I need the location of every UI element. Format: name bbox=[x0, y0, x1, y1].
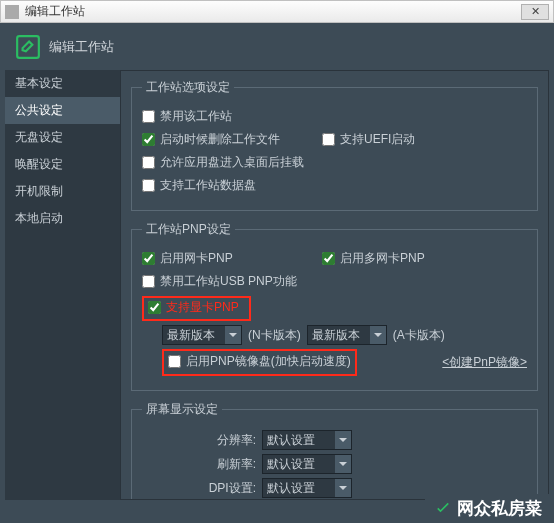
pnp-legend: 工作站PNP设定 bbox=[142, 221, 235, 238]
panel-header: 编辑工作站 bbox=[5, 28, 549, 70]
sidebar-item-wake[interactable]: 唤醒设定 bbox=[5, 151, 120, 178]
chevron-down-icon bbox=[370, 326, 386, 344]
panel-root: 编辑工作站 基本设定 公共设定 无盘设定 唤醒设定 开机限制 本地启动 工作站选… bbox=[0, 23, 554, 523]
create-pnp-mirror-link[interactable]: <创建PnP镜像> bbox=[442, 354, 527, 371]
disable-ws-checkbox[interactable]: 禁用该工作站 bbox=[142, 108, 292, 125]
svg-rect-0 bbox=[17, 36, 39, 58]
sidebar-item-basic[interactable]: 基本设定 bbox=[5, 70, 120, 97]
sidebar-item-public[interactable]: 公共设定 bbox=[5, 97, 120, 124]
gpu-pnp-highlight: 支持显卡PNP bbox=[142, 296, 251, 321]
check-icon bbox=[433, 499, 453, 519]
chevron-down-icon bbox=[335, 479, 351, 497]
resolution-label: 分辨率: bbox=[142, 432, 262, 449]
app-icon bbox=[5, 5, 19, 19]
refresh-label: 刷新率: bbox=[142, 456, 262, 473]
chevron-down-icon bbox=[225, 326, 241, 344]
dpi-select[interactable]: 默认设置 bbox=[262, 478, 352, 498]
chevron-down-icon bbox=[335, 455, 351, 473]
panel-body: 基本设定 公共设定 无盘设定 唤醒设定 开机限制 本地启动 工作站选项设定 禁用… bbox=[5, 70, 549, 500]
sidebar-item-bootlimit[interactable]: 开机限制 bbox=[5, 178, 120, 205]
delete-on-boot-checkbox[interactable]: 启动时候删除工作文件 bbox=[142, 131, 292, 148]
pnp-mirror-highlight: 启用PNP镜像盘(加快启动速度) bbox=[162, 349, 357, 376]
pnp-group: 工作站PNP设定 启用网卡PNP 启用多网卡PNP 禁用工作站USB PNP功能… bbox=[131, 221, 538, 391]
window-titlebar: 编辑工作站 ✕ bbox=[0, 0, 554, 23]
sidebar-item-diskless[interactable]: 无盘设定 bbox=[5, 124, 120, 151]
display-group: 屏幕显示设定 分辨率:默认设置 刷新率:默认设置 DPI设置:默认设置 GPU缩… bbox=[131, 401, 538, 500]
content-pane: 工作站选项设定 禁用该工作站 启动时候删除工作文件 支持UEFI启动 允许应用盘… bbox=[120, 70, 549, 500]
panel-title: 编辑工作站 bbox=[49, 38, 114, 56]
gpu-pnp-checkbox[interactable]: 支持显卡PNP bbox=[148, 299, 239, 316]
a-card-version-select[interactable]: 最新版本 bbox=[307, 325, 387, 345]
edit-icon bbox=[15, 34, 41, 60]
sidebar-item-localboot[interactable]: 本地启动 bbox=[5, 205, 120, 232]
n-card-version-select[interactable]: 最新版本 bbox=[162, 325, 242, 345]
window-title: 编辑工作站 bbox=[25, 3, 85, 20]
n-card-suffix: (N卡版本) bbox=[248, 327, 301, 344]
multi-nic-pnp-checkbox[interactable]: 启用多网卡PNP bbox=[322, 250, 472, 267]
options-legend: 工作站选项设定 bbox=[142, 79, 234, 96]
sidebar: 基本设定 公共设定 无盘设定 唤醒设定 开机限制 本地启动 bbox=[5, 70, 120, 500]
data-disk-checkbox[interactable]: 支持工作站数据盘 bbox=[142, 177, 292, 194]
display-legend: 屏幕显示设定 bbox=[142, 401, 222, 418]
a-card-suffix: (A卡版本) bbox=[393, 327, 445, 344]
watermark-text: 网众私房菜 bbox=[457, 497, 542, 520]
dpi-label: DPI设置: bbox=[142, 480, 262, 497]
nic-pnp-checkbox[interactable]: 启用网卡PNP bbox=[142, 250, 292, 267]
close-button[interactable]: ✕ bbox=[521, 4, 549, 20]
uefi-checkbox[interactable]: 支持UEFI启动 bbox=[322, 131, 472, 148]
chevron-down-icon bbox=[335, 431, 351, 449]
refresh-select[interactable]: 默认设置 bbox=[262, 454, 352, 474]
resolution-select[interactable]: 默认设置 bbox=[262, 430, 352, 450]
allow-app-checkbox[interactable]: 允许应用盘进入桌面后挂载 bbox=[142, 154, 304, 171]
disable-usb-pnp-checkbox[interactable]: 禁用工作站USB PNP功能 bbox=[142, 273, 297, 290]
watermark: 网众私房菜 bbox=[425, 494, 550, 523]
options-group: 工作站选项设定 禁用该工作站 启动时候删除工作文件 支持UEFI启动 允许应用盘… bbox=[131, 79, 538, 211]
pnp-mirror-checkbox[interactable]: 启用PNP镜像盘(加快启动速度) bbox=[168, 353, 351, 370]
